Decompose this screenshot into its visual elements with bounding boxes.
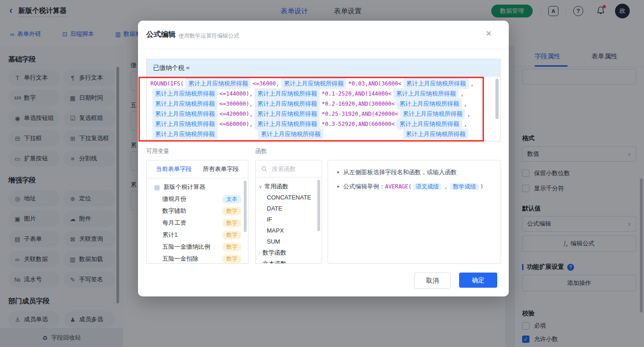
field-chip[interactable]: 累计上月应纳税所得额: [258, 129, 323, 140]
variables-label: 可用变量: [146, 148, 169, 155]
variable-row[interactable]: 五险一金缴纳比例数字: [147, 241, 248, 253]
formula-code: <=300000),: [219, 99, 253, 109]
formula-line: 累计上月应纳税所得额<=660000),累计上月应纳税所得额*0.3-52920…: [150, 119, 494, 129]
example-field-chip: 语文成绩: [413, 183, 442, 190]
field-chip[interactable]: 累计上月应纳税所得额: [254, 88, 320, 99]
field-chip[interactable]: 累计上月应纳税所得额: [152, 88, 218, 99]
bullet-dot: [337, 186, 339, 188]
example-code: AVERAGE(: [385, 183, 412, 190]
confirm-button[interactable]: 确定: [459, 273, 497, 288]
variable-type-badge: 数字: [222, 231, 242, 239]
function-group[interactable]: ›数学函数: [256, 247, 322, 258]
modal-subtitle: 使用数学运算符编辑公式: [178, 32, 239, 40]
function-label: CONCATENATE: [267, 194, 311, 201]
field-chip[interactable]: 累计上月应纳税所得额: [254, 119, 320, 130]
tab-current-form-fields[interactable]: 当前表单字段: [156, 165, 192, 173]
formula-line: ROUND(IFS(累计上月应纳税所得额<=36000,累计上月应纳税所得额*0…: [150, 79, 494, 89]
formula-code: *0.25-31920,AND(420000<: [322, 109, 398, 119]
field-chip[interactable]: 累计上月应纳税所得额: [152, 98, 218, 109]
variable-type-badge: 数字: [222, 255, 242, 263]
field-chip[interactable]: 累计上月应纳税所得额: [185, 78, 251, 89]
variable-name: 五险一金扣除: [162, 255, 222, 263]
variable-row[interactable]: 累计1数字: [147, 229, 248, 241]
field-chip[interactable]: 累计上月应纳税所得额: [393, 88, 459, 99]
variable-row[interactable]: 每月工资数字: [147, 217, 248, 229]
variable-row[interactable]: 五险一金扣除数字: [147, 253, 248, 264]
example-code: ): [480, 183, 483, 190]
variable-name: 五险一金缴纳比例: [162, 243, 222, 251]
example-text: 公式编辑举例：: [343, 183, 385, 190]
formula-line: 累计上月应纳税所得额<=144000),累计上月应纳税所得额*0.1-2520,…: [150, 89, 494, 99]
formula-code: *0.03,AND(36000<: [348, 79, 402, 89]
close-icon[interactable]: ×: [486, 28, 492, 39]
function-item[interactable]: MAPX: [256, 225, 322, 236]
formula-gap: [219, 134, 256, 135]
function-search[interactable]: [256, 160, 322, 177]
formula-content[interactable]: ROUND(IFS(累计上月应纳税所得额<=36000,累计上月应纳税所得额*0…: [147, 77, 500, 142]
field-chip[interactable]: 累计上月应纳税所得额: [254, 108, 320, 119]
help-bullet-1: 从左侧面板选择字段名和函数，或输入函数: [337, 168, 491, 177]
formula-help-box: 从左侧面板选择字段名和函数，或输入函数 公式编辑举例：AVERAGE(语文成绩，…: [328, 160, 500, 264]
field-chip[interactable]: 累计上月应纳税所得额: [152, 119, 218, 130]
function-item[interactable]: SUM: [256, 236, 322, 247]
function-label: MAPX: [267, 227, 284, 234]
function-search-input[interactable]: [271, 165, 314, 173]
formula-gap: [325, 134, 401, 135]
functions-label: 函数: [255, 148, 267, 155]
variable-form-row[interactable]: ▤新版个税计算器: [147, 181, 248, 193]
formula-code: ,: [460, 89, 464, 99]
variable-row[interactable]: 数字辅助数字: [147, 205, 248, 217]
modal-title: 公式编辑: [146, 30, 176, 40]
field-chip[interactable]: 累计上月应纳税所得额: [397, 98, 462, 109]
function-item[interactable]: IF: [256, 214, 322, 225]
cancel-button[interactable]: 取消: [414, 273, 451, 289]
function-label: IF: [267, 216, 272, 223]
formula-line: 累计上月应纳税所得额累计上月应纳税所得额累计上月应纳税所得额: [150, 129, 494, 139]
formula-code: ,: [464, 99, 467, 109]
field-chip[interactable]: 累计上月应纳税所得额: [254, 98, 320, 109]
formula-editor-box[interactable]: 已缴纳个税 = ROUND(IFS(累计上月应纳税所得额<=36000,累计上月…: [146, 59, 500, 142]
formula-code: *0.2-16920,AND(300000<: [322, 99, 395, 109]
search-icon: [261, 166, 267, 172]
field-chip[interactable]: 累计上月应纳税所得额: [400, 108, 465, 119]
function-label: 常用函数: [264, 183, 288, 190]
variable-name: 每月工资: [162, 219, 222, 227]
formula-code: <=660000),: [219, 119, 253, 129]
function-group[interactable]: ›文本函数: [256, 258, 322, 264]
field-chip[interactable]: 累计上月应纳税所得额: [403, 78, 469, 89]
function-label: DATE: [267, 205, 282, 212]
variables-scrollbar[interactable]: [244, 181, 247, 232]
variable-type-badge: 文本: [222, 195, 242, 204]
field-chip[interactable]: 累计上月应纳税所得额: [152, 129, 218, 140]
variable-name: 累计1: [162, 231, 222, 239]
function-label: 数学函数: [263, 249, 287, 256]
functions-scrollbar[interactable]: [317, 180, 320, 231]
field-chip[interactable]: 累计上月应纳税所得额: [403, 129, 468, 140]
formula-editor-modal: 公式编辑 使用数学运算符编辑公式 × 已缴纳个税 = ROUND(IFS(累计上…: [138, 21, 509, 296]
form-name: 新版个税计算器: [163, 183, 242, 191]
variable-row[interactable]: 缴税月份文本: [147, 193, 248, 205]
formula-code: *0.3-52920,AND(660000<: [322, 119, 395, 129]
tab-all-form-fields[interactable]: 所有表单字段: [203, 165, 239, 173]
modal-header: 公式编辑 使用数学运算符编辑公式 ×: [138, 21, 509, 49]
field-chip[interactable]: 累计上月应纳税所得额: [281, 78, 346, 89]
field-chip[interactable]: 累计上月应纳税所得额: [397, 119, 462, 130]
formula-line: 累计上月应纳税所得额<=300000),累计上月应纳税所得额*0.2-16920…: [150, 99, 494, 109]
formula-code: <=144000),: [219, 89, 253, 99]
formula-code: ,: [467, 109, 470, 119]
variable-name: 数字辅助: [162, 207, 222, 215]
formula-line: 累计上月应纳税所得额<=420000),累计上月应纳税所得额*0.25-3192…: [150, 109, 494, 119]
variable-name: 缴税月份: [162, 195, 222, 203]
field-chip[interactable]: 累计上月应纳税所得额: [152, 108, 218, 119]
variables-box: 当前表单字段 所有表单字段 ▤新版个税计算器缴税月份文本数字辅助数字每月工资数字…: [146, 160, 248, 264]
chevron-down-icon: ∨: [259, 184, 262, 189]
function-item[interactable]: CONCATENATE: [256, 192, 322, 203]
formula-code: *0.1-2520,AND(144000<: [322, 89, 391, 99]
function-label: 文本函数: [263, 260, 287, 264]
form-doc-icon: ▤: [154, 184, 160, 191]
function-item[interactable]: DATE: [256, 203, 322, 214]
variable-type-badge: 数字: [222, 219, 242, 228]
formula-example: 公式编辑举例：AVERAGE(语文成绩，数学成绩): [343, 182, 483, 191]
function-group[interactable]: ∨常用函数: [256, 181, 322, 192]
formula-scrollbar[interactable]: [495, 79, 499, 119]
